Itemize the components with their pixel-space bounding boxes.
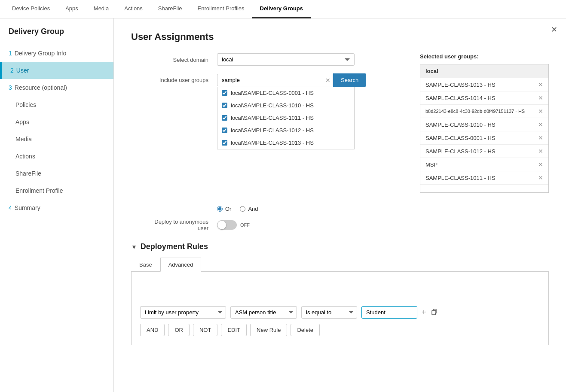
dropdown-checkbox-3[interactable] <box>222 128 227 133</box>
search-input[interactable] <box>217 74 333 86</box>
dropdown-list: local\SAMPLE-CLASS-0001 - HS local\SAMPL… <box>217 87 355 149</box>
sidebar-item-user[interactable]: 2 User <box>0 62 113 79</box>
dropdown-item-label-0: local\SAMPLE-CLASS-0001 - HS <box>231 90 314 96</box>
deployment-rules: ▼ Deployment Rules Base Advanced Limit b… <box>131 242 549 345</box>
deploy-anonymous-label: Deploy to anonymous user <box>131 219 217 231</box>
sidebar-item-apps[interactable]: Apps <box>0 113 113 131</box>
selected-group-item-5: SAMPLE-CLASS-1012 - HS ✕ <box>420 145 548 158</box>
search-clear-button[interactable]: ✕ <box>325 77 330 84</box>
step-2-num: 2 <box>10 67 14 74</box>
selected-group-item-3: SAMPLE-CLASS-1010 - HS ✕ <box>420 118 548 131</box>
copy-rule-button[interactable] <box>431 308 438 317</box>
remove-group-6[interactable]: ✕ <box>538 161 543 168</box>
new-rule-button[interactable]: New Rule <box>250 324 287 336</box>
dropdown-item-label-3: local\SAMPLE-CLASS-1012 - HS <box>231 127 314 134</box>
dropdown-item-label-1: local\SAMPLE-CLASS-1010 - HS <box>231 102 314 109</box>
dropdown-item-2[interactable]: local\SAMPLE-CLASS-1011 - HS <box>217 112 354 124</box>
close-button[interactable]: ✕ <box>551 25 557 34</box>
remove-group-5[interactable]: ✕ <box>538 148 543 155</box>
edit-button[interactable]: EDIT <box>221 324 247 336</box>
or-and-radio-row: Or And <box>131 197 549 219</box>
toggle-knob <box>217 221 226 229</box>
sidebar-label-enrollment-profile: Enrollment Profile <box>15 187 63 194</box>
selected-groups-header: local <box>420 64 548 78</box>
sidebar-label-delivery-group-info: Delivery Group Info <box>15 50 67 57</box>
step-1-num: 1 <box>9 50 12 57</box>
sidebar-label-resource: Resource (optional) <box>15 84 67 91</box>
sidebar-label-user: User <box>16 67 29 74</box>
dropdown-item-3[interactable]: local\SAMPLE-CLASS-1012 - HS <box>217 124 354 137</box>
and-radio[interactable] <box>240 206 245 212</box>
sidebar-item-enrollment-profile[interactable]: Enrollment Profile <box>0 182 113 199</box>
rule-value-input[interactable] <box>361 306 417 319</box>
nav-item-actions[interactable]: Actions <box>116 0 150 18</box>
nav-item-apps[interactable]: Apps <box>58 0 86 18</box>
domain-select[interactable]: local AD LDAP <box>217 53 355 66</box>
dropdown-item-0[interactable]: local\SAMPLE-CLASS-0001 - HS <box>217 87 354 99</box>
dropdown-checkbox-2[interactable] <box>222 115 227 121</box>
sidebar: Delivery Group 1 Delivery Group Info 2 U… <box>0 18 114 392</box>
collapse-arrow-icon[interactable]: ▼ <box>131 243 137 250</box>
sidebar-item-sharefile[interactable]: ShareFile <box>0 165 113 182</box>
rule-builder: Limit by user property Limit by device p… <box>140 306 540 319</box>
selected-group-item-1: SAMPLE-CLASS-1014 - HS ✕ <box>420 91 548 105</box>
add-rule-button[interactable]: + <box>422 308 426 317</box>
deploy-toggle[interactable] <box>217 220 237 230</box>
deployment-rules-label: Deployment Rules <box>141 242 208 251</box>
asm-property-select[interactable]: ASM person title ASM department ASM grad… <box>230 306 297 319</box>
remove-group-3[interactable]: ✕ <box>538 121 543 128</box>
dropdown-item-1[interactable]: local\SAMPLE-CLASS-1010 - HS <box>217 99 354 112</box>
dropdown-checkbox-1[interactable] <box>222 103 227 108</box>
or-button[interactable]: OR <box>168 324 190 336</box>
remove-group-4[interactable]: ✕ <box>538 134 543 141</box>
nav-item-delivery-groups[interactable]: Delivery Groups <box>252 0 311 18</box>
sidebar-item-resource[interactable]: 3 Resource (optional) <box>0 79 113 96</box>
sidebar-item-summary[interactable]: 4 Summary <box>0 199 113 216</box>
deployment-rules-title: ▼ Deployment Rules <box>131 242 549 251</box>
selected-group-item-7: SAMPLE-CLASS-1011 - HS ✕ <box>420 171 548 185</box>
tab-advanced[interactable]: Advanced <box>160 258 202 272</box>
svg-rect-0 <box>432 310 436 315</box>
deployment-rules-tabs: Base Advanced <box>131 258 549 272</box>
selected-group-item-0: SAMPLE-CLASS-1013 - HS ✕ <box>420 78 548 91</box>
selected-group-item-6: MSP ✕ <box>420 158 548 171</box>
condition-select[interactable]: is equal to is not equal to contains <box>301 306 357 319</box>
remove-group-0[interactable]: ✕ <box>538 81 543 88</box>
and-button[interactable]: AND <box>140 324 165 336</box>
and-radio-option[interactable]: And <box>240 206 258 212</box>
select-domain-row: Select domain local AD LDAP <box>131 53 377 66</box>
sidebar-label-media: Media <box>15 136 32 143</box>
and-label: And <box>248 206 258 212</box>
content-area: ✕ User Assignments Select domain local A… <box>114 18 566 392</box>
limit-by-select[interactable]: Limit by user property Limit by device p… <box>140 306 226 319</box>
not-button[interactable]: NOT <box>193 324 217 336</box>
search-button[interactable]: Search <box>333 73 366 87</box>
main-layout: Delivery Group 1 Delivery Group Info 2 U… <box>0 18 566 392</box>
or-radio[interactable] <box>217 206 223 212</box>
remove-group-7[interactable]: ✕ <box>538 174 543 181</box>
nav-item-sharefile[interactable]: ShareFile <box>150 0 190 18</box>
tab-base[interactable]: Base <box>131 258 160 271</box>
toggle-switch[interactable]: OFF <box>217 220 250 230</box>
sidebar-label-actions: Actions <box>15 153 35 160</box>
nav-item-enrollment-profiles[interactable]: Enrollment Profiles <box>190 0 252 18</box>
remove-group-2[interactable]: ✕ <box>538 108 543 115</box>
sidebar-label-apps: Apps <box>15 119 29 125</box>
nav-item-device-policies[interactable]: Device Policies <box>4 0 58 18</box>
sidebar-item-delivery-group-info[interactable]: 1 Delivery Group Info <box>0 45 113 62</box>
dropdown-checkbox-0[interactable] <box>222 90 227 96</box>
rule-actions: AND OR NOT EDIT New Rule Delete <box>140 324 540 336</box>
sidebar-item-policies[interactable]: Policies <box>0 96 113 113</box>
sidebar-item-media[interactable]: Media <box>0 131 113 148</box>
dropdown-item-4[interactable]: local\SAMPLE-CLASS-1013 - HS <box>217 137 354 149</box>
delete-button[interactable]: Delete <box>291 324 320 336</box>
dropdown-checkbox-4[interactable] <box>222 140 227 146</box>
selected-group-item-2: b8d22143-e8c8-4c30-92db-d0f497151137 - H… <box>420 105 548 118</box>
sidebar-label-policies: Policies <box>15 101 36 108</box>
nav-item-media[interactable]: Media <box>86 0 116 18</box>
or-radio-option[interactable]: Or <box>217 206 231 212</box>
sidebar-item-actions[interactable]: Actions <box>0 148 113 165</box>
toggle-off-label: OFF <box>240 222 250 228</box>
remove-group-1[interactable]: ✕ <box>538 94 543 101</box>
sidebar-label-summary: Summary <box>15 204 40 211</box>
